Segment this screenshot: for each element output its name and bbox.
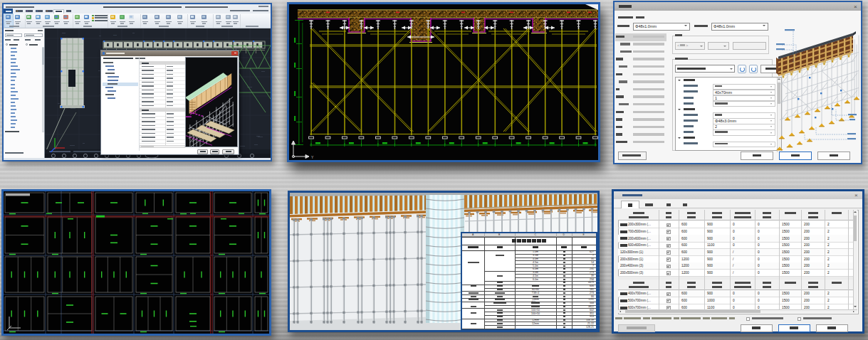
svg-text:Y: Y xyxy=(311,155,314,159)
